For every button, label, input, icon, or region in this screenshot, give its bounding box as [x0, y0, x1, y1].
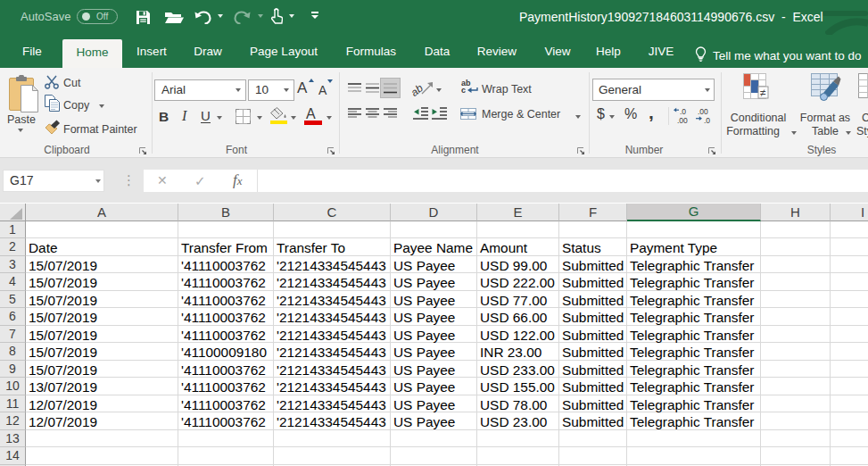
svg-text:.00: .00 — [677, 116, 688, 125]
svg-text:.00: .00 — [698, 107, 708, 116]
svg-text:.0: .0 — [704, 116, 710, 125]
svg-text:.0: .0 — [680, 107, 686, 116]
svg-text:≠: ≠ — [760, 87, 766, 99]
